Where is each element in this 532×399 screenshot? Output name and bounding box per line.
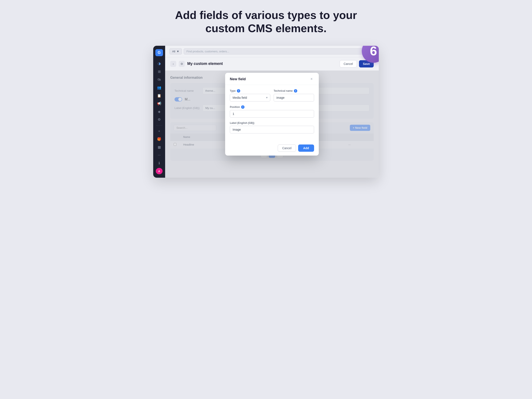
modal-technical-name-label: Technical name i xyxy=(274,89,314,93)
modal-footer: Cancel Add xyxy=(225,141,319,156)
modal-position-row: Position i xyxy=(230,105,314,118)
modal-technical-name-input[interactable] xyxy=(274,94,314,101)
modal-header: New field × xyxy=(225,73,319,85)
technical-name-info-icon[interactable]: i xyxy=(294,89,297,93)
topbar: All ▼ Find products, customers, orders..… xyxy=(165,46,379,57)
modal-overlay: New field × Type i xyxy=(165,71,379,178)
cancel-button[interactable]: Cancel xyxy=(340,60,357,67)
sidebar-icon-marketing[interactable]: 📢 xyxy=(156,101,163,107)
modal-type-row: Type i Media field ▼ xyxy=(230,89,314,101)
modal-close-button[interactable]: × xyxy=(309,77,314,82)
search-dropdown-label: All xyxy=(172,50,175,53)
settings-button[interactable]: ⚙ xyxy=(179,61,185,67)
back-button[interactable]: ‹ xyxy=(170,61,176,67)
sidebar-icon-gift[interactable]: 🎁 xyxy=(156,136,163,142)
sidebar-logo[interactable]: G xyxy=(155,49,163,56)
page-title: My custom element xyxy=(187,62,223,66)
modal-cancel-button[interactable]: Cancel xyxy=(278,145,296,152)
sidebar-icon-products[interactable]: ⊞ xyxy=(156,69,163,75)
page-header-left: ‹ ⚙ My custom element xyxy=(170,61,223,67)
modal-label-row: Label (English (GB)) xyxy=(230,121,314,133)
modal-body: Type i Media field ▼ xyxy=(225,85,319,141)
page-body: General information Technical name M... xyxy=(165,71,379,178)
page-headline: Add fields of various types to your cust… xyxy=(170,8,362,35)
modal-title: New field xyxy=(230,77,246,81)
search-group: All ▼ Find products, customers, orders..… xyxy=(169,48,374,55)
modal-technical-name-field: Technical name i xyxy=(274,89,314,101)
main-content: All ▼ Find products, customers, orders..… xyxy=(165,46,379,178)
dropdown-arrow-icon: ▼ xyxy=(176,50,179,53)
modal-type-label: Type i xyxy=(230,89,270,93)
search-placeholder-text: Find products, customers, orders... xyxy=(186,50,229,53)
sidebar-divider xyxy=(156,125,162,126)
sidebar-avatar[interactable]: A xyxy=(156,168,163,174)
new-field-modal: New field × Type i xyxy=(225,73,319,156)
position-info-icon[interactable]: i xyxy=(241,105,245,109)
modal-position-field: Position i xyxy=(230,105,314,118)
sidebar-icon-add[interactable]: ＋ xyxy=(156,128,163,134)
search-dropdown[interactable]: All ▼ xyxy=(169,48,182,55)
modal-add-button[interactable]: Add xyxy=(298,145,314,152)
sidebar-icon-dashboard[interactable]: ◑ xyxy=(156,60,163,67)
sidebar-icon-extensions[interactable]: ◈ xyxy=(156,108,163,115)
sidebar-icon-orders[interactable]: 🛍 xyxy=(156,76,163,83)
sidebar-icon-cms[interactable]: 📋 xyxy=(156,92,163,99)
sidebar-icon-customers[interactable]: 👥 xyxy=(156,84,163,91)
search-input-wrap[interactable]: Find products, customers, orders... 🔍 xyxy=(184,48,374,55)
modal-type-select[interactable]: Media field xyxy=(230,94,270,101)
page-header: ‹ ⚙ My custom element Cancel Save xyxy=(165,57,379,71)
sidebar-icon-settings[interactable]: ⚙ xyxy=(156,116,163,123)
sidebar-icon-grid[interactable]: ▦ xyxy=(156,144,163,151)
browser-window: 6 G ◑ ⊞ 🛍 👥 📋 📢 ◈ ⚙ ＋ 🎁 ▦ ··· ℹ A xyxy=(153,46,379,178)
sidebar-icon-info[interactable]: ℹ xyxy=(156,160,163,166)
modal-label-field: Label (English (GB)) xyxy=(230,121,314,133)
modal-position-input[interactable] xyxy=(230,110,314,118)
modal-label-en-label: Label (English (GB)) xyxy=(230,121,314,125)
sidebar: G ◑ ⊞ 🛍 👥 📋 📢 ◈ ⚙ ＋ 🎁 ▦ ··· ℹ A xyxy=(153,46,165,178)
modal-position-label: Position i xyxy=(230,105,314,109)
modal-label-en-input[interactable] xyxy=(230,126,314,133)
modal-type-select-wrap: Media field ▼ xyxy=(230,94,270,101)
sidebar-icon-more[interactable]: ··· xyxy=(156,152,163,158)
type-info-icon[interactable]: i xyxy=(237,89,240,93)
modal-type-field: Type i Media field ▼ xyxy=(230,89,270,101)
